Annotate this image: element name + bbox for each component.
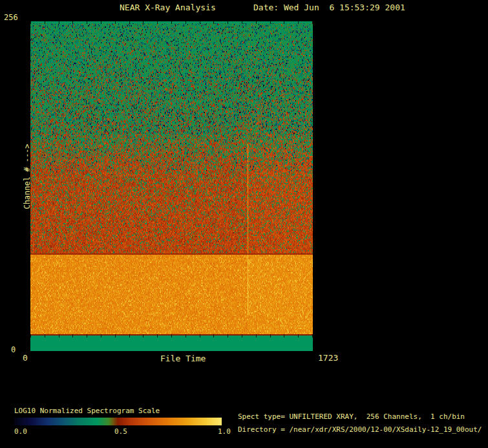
spectrogram-canvas: [30, 21, 313, 351]
page-title: NEAR X-Ray Analysis: [120, 3, 216, 12]
x-axis-title: File Time: [160, 354, 206, 363]
directory-line: Directory = /near/xdr/XRS/2000/12-00/XSd…: [238, 426, 482, 433]
colorbar-title: LOG10 Normalized Spectrogram Scale: [14, 407, 160, 414]
x-axis-min-label: 0: [23, 354, 28, 362]
y-axis-max-label: 256: [4, 14, 18, 21]
colorbar-tick-0: 0.0: [14, 428, 27, 435]
y-axis-min-label: 0: [11, 346, 16, 354]
colorbar-tick-05: 0.5: [114, 428, 127, 435]
x-axis-max-label: 1723: [318, 354, 338, 362]
spect-type-line: Spect type= UNFILTERED XRAY, 256 Channel…: [238, 413, 465, 420]
near-xray-analysis-screen: { "header": { "title": "NEAR X-Ray Analy…: [0, 0, 488, 448]
colorbar-gradient: [14, 418, 222, 425]
date-label: Date: Wed Jun 6 15:53:29 2001: [253, 3, 405, 12]
colorbar-tick-1: 1.0: [218, 428, 231, 435]
